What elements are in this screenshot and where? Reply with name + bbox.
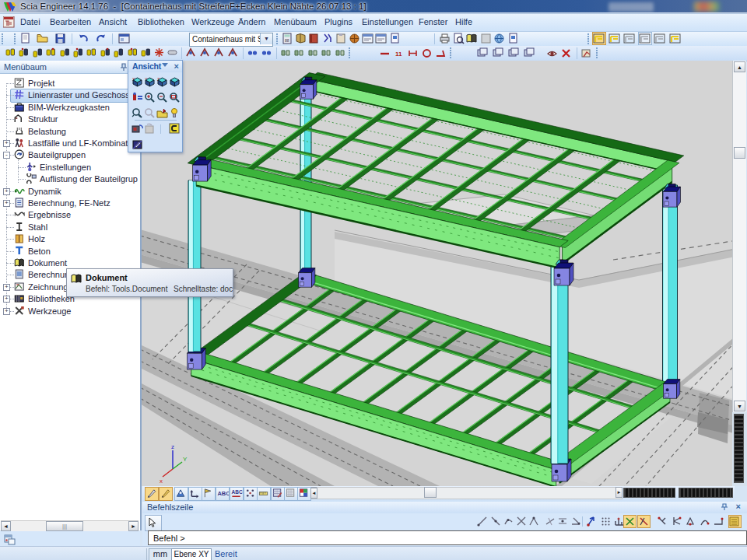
svg-text:ABC: ABC	[231, 489, 242, 495]
svg-text:z: z	[171, 443, 174, 450]
svg-text:11: 11	[395, 51, 402, 58]
svg-text:x: x	[160, 478, 163, 485]
svg-text:88: 88	[285, 38, 289, 43]
svg-text:Y: Y	[183, 456, 188, 463]
svg-text:ABC: ABC	[217, 490, 229, 497]
